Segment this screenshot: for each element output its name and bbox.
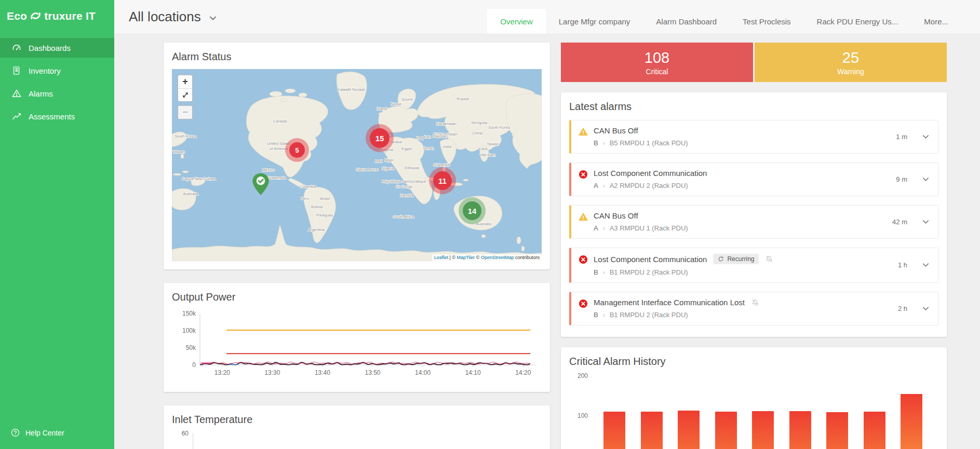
map-country-label: Australia xyxy=(183,192,198,196)
breadcrumb-chevron-icon: › xyxy=(603,140,605,147)
expand-chevron-icon[interactable] xyxy=(922,175,930,183)
map-country-label: Guatemala xyxy=(267,175,287,180)
ecostruxure-swirl-icon xyxy=(27,8,44,23)
sidebar-item-inventory[interactable]: Inventory xyxy=(0,61,114,80)
attribution-text: contributors xyxy=(514,255,540,260)
map-country-label: République démocratique xyxy=(382,179,426,184)
critical-icon xyxy=(579,170,588,179)
map-attribution: Leaflet | © MapTiler © OpenStreetMap con… xyxy=(432,254,542,261)
expand-chevron-icon[interactable] xyxy=(922,305,930,312)
alarm-location: B xyxy=(594,311,598,319)
map-country-label: Kalaallit Nunaat xyxy=(338,87,365,92)
alarm-row[interactable]: CAN Bus OffA›A3 RMPDU 1 (Rack PDU)42 m xyxy=(569,205,938,239)
cah-bar xyxy=(901,394,922,449)
expand-chevron-icon[interactable] xyxy=(922,218,930,226)
alarm-row[interactable]: Lost Component CommunicationRecurringB›B… xyxy=(569,248,938,283)
sidebar-item-alarms[interactable]: Alarms xyxy=(0,84,114,103)
map-country-label: Việt Nam xyxy=(480,153,496,157)
map-country-label: Kazakhstan xyxy=(436,121,456,126)
alarm-title-row: CAN Bus Off xyxy=(594,211,887,220)
map-country-label: Taiwan xyxy=(172,149,184,154)
attribution-link[interactable]: OpenStreetMap xyxy=(481,255,514,260)
expand-chevron-icon[interactable] xyxy=(922,133,930,141)
critical-count-label: Critical xyxy=(646,67,668,76)
map-country-label: Mali xyxy=(375,159,382,164)
help-icon xyxy=(10,428,20,438)
tab-large-mfgr-company[interactable]: Large Mfgr company xyxy=(546,9,643,34)
alarm-row[interactable]: CAN Bus OffB›B5 RMPDU 1 (Rack PDU)1 m xyxy=(569,120,938,154)
alarm-row-right: 9 m xyxy=(896,175,934,183)
alarm-row[interactable]: Management Interface Communication LostB… xyxy=(569,292,938,325)
alarm-title-row: Lost Component CommunicationRecurring xyxy=(594,254,893,264)
cah-bar xyxy=(678,411,700,449)
op-x-tick-label: 14:00 xyxy=(415,369,431,376)
map-cluster-marker-critical[interactable]: 11 xyxy=(429,167,456,194)
map-country-label: Zambia xyxy=(400,193,413,198)
map-country-label: South Korea xyxy=(488,125,511,130)
map-cluster-marker-critical[interactable]: 15 xyxy=(366,124,394,152)
map-pin-ok-marker[interactable] xyxy=(252,173,269,197)
recurring-badge: Recurring xyxy=(713,254,759,264)
inlet-y-tick: 60 xyxy=(172,430,193,437)
critical-alarm-history-title: Critical Alarm History xyxy=(569,356,938,368)
map-country-label: Suomi xyxy=(401,97,413,102)
assessments-icon xyxy=(11,111,22,121)
map-country-label: du Congo xyxy=(396,184,413,189)
help-center-label: Help Center xyxy=(25,429,64,437)
help-center-button[interactable]: Help Center xyxy=(0,417,114,449)
breadcrumb-chevron-icon: › xyxy=(603,225,605,232)
tab-alarm-dashboard[interactable]: Alarm Dashboard xyxy=(643,9,730,34)
alarm-row-main: Lost Component CommunicationA›A2 RMPDU 2… xyxy=(594,169,891,189)
op-x-tick-label: 14:10 xyxy=(465,369,481,376)
cah-bar xyxy=(826,412,848,449)
alarm-age: 42 m xyxy=(892,218,907,226)
tab-test-proclesis[interactable]: Test Proclesis xyxy=(730,9,804,34)
map-country-label: Colombia xyxy=(300,184,317,189)
alarm-device: B1 RMPDU 2 (Rack PDU) xyxy=(610,311,688,319)
map-country-label: Perú xyxy=(301,196,309,201)
expand-chevron-icon[interactable] xyxy=(922,261,930,269)
map-landmass xyxy=(172,72,542,261)
attribution-link[interactable]: MapTiler xyxy=(457,255,475,260)
world-map[interactable]: Kalaallit NunaatIslandCanadaUnited State… xyxy=(172,69,542,261)
breadcrumb-chevron-icon: › xyxy=(603,269,605,276)
location-selector-label: All locations xyxy=(129,9,201,25)
map-fullscreen-button[interactable] xyxy=(178,88,192,101)
critical-icon xyxy=(579,255,588,264)
map-country-label: Sri Lanka xyxy=(433,162,450,167)
map-zoom-out-button[interactable]: − xyxy=(178,106,192,119)
map-country-label: Iran xyxy=(424,134,431,139)
warning-count-tile[interactable]: 25 Warning xyxy=(755,43,947,82)
location-selector[interactable]: All locations xyxy=(129,9,217,25)
sidebar-item-label: Alarms xyxy=(29,89,53,98)
tab-overview[interactable]: Overview xyxy=(487,9,546,34)
map-country-label: Taiwan xyxy=(487,142,499,146)
alarm-location: B xyxy=(594,268,598,276)
map-zoom-in-button[interactable]: + xyxy=(178,75,192,88)
alarm-title-row: Management Interface Communication Lost xyxy=(594,298,893,307)
tab-rack-pdu-energy-us[interactable]: Rack PDU Energy Us... xyxy=(804,9,911,34)
dashboards-icon xyxy=(11,43,22,53)
alarm-age: 2 h xyxy=(898,305,907,312)
warning-count-label: Warning xyxy=(837,67,864,76)
attribution-link[interactable]: Leaflet xyxy=(434,255,448,260)
logo-text-truxure: truxure IT xyxy=(44,10,96,22)
sidebar-item-dashboards[interactable]: Dashboards xyxy=(0,38,114,58)
map-country-label: Canada xyxy=(273,119,287,124)
map-cluster-marker-ok[interactable]: 14 xyxy=(459,197,486,224)
op-y-tick-label: 50k xyxy=(186,344,196,351)
tab-more[interactable]: More... xyxy=(911,9,961,34)
alarm-row-main: CAN Bus OffB›B5 RMPDU 1 (Rack PDU) xyxy=(594,126,891,147)
tab-label: Test Proclesis xyxy=(743,17,791,26)
alarm-row[interactable]: Lost Component CommunicationA›A2 RMPDU 2… xyxy=(569,162,938,196)
map-cluster-marker-critical[interactable]: 5 xyxy=(285,138,309,162)
sidebar-item-assessments[interactable]: Assessments xyxy=(0,106,114,126)
inventory-icon xyxy=(11,65,22,76)
map-country-label: Papua New Guinea xyxy=(182,176,216,181)
inlet-temperature-title: Inlet Temperature xyxy=(172,414,542,426)
ecostruxure-logo[interactable]: Eco truxure IT xyxy=(0,0,114,31)
main-area: All locations OverviewLarge Mfgr company… xyxy=(114,0,980,449)
alarm-location: A xyxy=(594,182,598,189)
critical-count-tile[interactable]: 108 Critical xyxy=(561,43,753,82)
map-country-label: Iraq xyxy=(417,135,423,140)
